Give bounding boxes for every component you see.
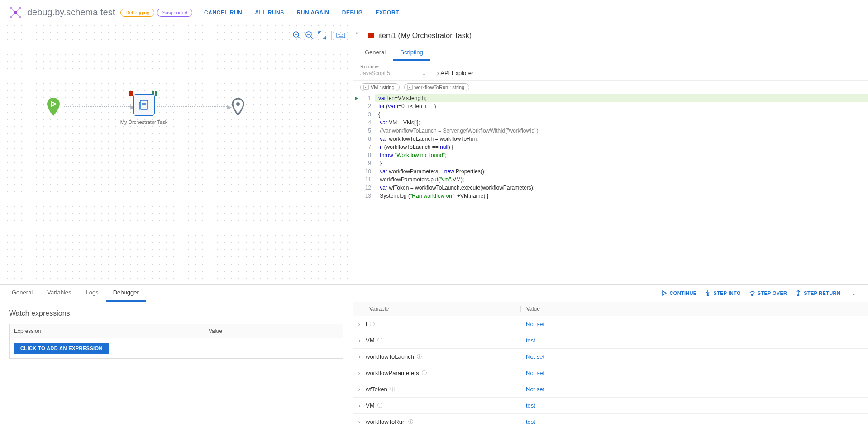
variable-value: test [520, 337, 868, 344]
code-line[interactable]: throw "Workflow not found"; [375, 151, 868, 159]
bottom-tab-row: General Variables Logs Debugger CONTINUE… [0, 285, 868, 302]
vars-col-value: Value [520, 306, 868, 312]
all-runs-button[interactable]: ALL RUNS [255, 9, 284, 16]
chevron-right-icon[interactable]: › [353, 418, 366, 425]
code-line[interactable]: System.log ("Ran workflow on " +VM.name)… [375, 192, 868, 200]
edge-start-task: ▶ [64, 106, 132, 106]
variable-name: VM ⓘ [366, 402, 520, 409]
param-pill-vm[interactable]: VM : string [360, 83, 400, 91]
code-line[interactable]: //var workflowToLaunch = Server.getWorkf… [375, 127, 868, 135]
svg-rect-27 [408, 85, 412, 90]
tab-scripting[interactable]: Scripting [393, 45, 430, 61]
item-title: item1 (My Orchestrator Task) [378, 32, 472, 40]
breakpoint-square-icon [368, 33, 374, 38]
variable-row[interactable]: ›workflowToLaunch ⓘNot set [353, 349, 868, 365]
cancel-run-button[interactable]: CANCEL RUN [204, 9, 242, 16]
code-line[interactable]: var workflowToLaunch = workflowToRun; [375, 135, 868, 143]
continue-button[interactable]: CONTINUE [661, 290, 697, 297]
variable-row[interactable]: ›i ⓘNot set [353, 316, 868, 332]
variable-row[interactable]: ›workflowParameters ⓘNot set [353, 365, 868, 381]
svg-point-30 [798, 295, 799, 296]
code-line[interactable]: if (workflowToLaunch == null) { [375, 143, 868, 151]
variable-name: i ⓘ [366, 321, 520, 327]
svg-rect-16 [337, 33, 345, 38]
svg-line-10 [298, 37, 300, 39]
svg-line-5 [12, 9, 14, 11]
variable-value: test [520, 402, 868, 409]
info-icon[interactable]: ⓘ [417, 353, 422, 360]
code-line[interactable]: { [375, 110, 868, 119]
collapse-panel-icon[interactable]: » [356, 29, 359, 36]
runtime-bar: Runtime JavaScript 5⌄ › API Explorer [353, 61, 868, 81]
code-line[interactable]: } [375, 159, 868, 167]
header-actions: CANCEL RUN ALL RUNS RUN AGAIN DEBUG EXPO… [204, 9, 399, 16]
runtime-select[interactable]: JavaScript 5⌄ [360, 70, 426, 76]
add-expression-button[interactable]: CLICK TO ADD AN EXPRESSION [14, 343, 109, 354]
api-explorer-link[interactable]: › API Explorer [437, 70, 473, 76]
info-icon[interactable]: ⓘ [377, 337, 382, 344]
code-content[interactable]: var len=VMs.length;for (var i=0; i < len… [375, 94, 868, 200]
svg-line-7 [12, 14, 14, 16]
expand-debug-icon[interactable]: ⌄ [849, 290, 859, 297]
task-node-label: My Orchestrator Task [113, 119, 175, 125]
run-again-button[interactable]: RUN AGAIN [297, 9, 329, 16]
info-icon[interactable]: ⓘ [377, 402, 382, 409]
export-button[interactable]: EXPORT [376, 9, 399, 16]
tab-general[interactable]: General [358, 45, 393, 61]
btab-debugger[interactable]: Debugger [106, 285, 146, 302]
info-icon[interactable]: ⓘ [390, 386, 395, 393]
svg-rect-4 [19, 16, 21, 18]
code-line[interactable]: var VM = VMs[i]; [375, 119, 868, 127]
vars-col-variable: Variable [353, 306, 520, 312]
current-line-icon: ▶ [353, 94, 361, 102]
btab-logs[interactable]: Logs [78, 285, 105, 302]
variable-row[interactable]: ›workflowToRun ⓘtest [353, 414, 868, 427]
param-pill-workflow[interactable]: workflowToRun : string [404, 83, 470, 91]
code-editor[interactable]: ▶ 12345678910111213 var len=VMs.length;f… [353, 94, 868, 200]
variable-name: workflowToLaunch ⓘ [366, 353, 520, 360]
svg-line-14 [311, 37, 313, 39]
step-into-button[interactable]: STEP INTO [705, 290, 740, 297]
step-return-button[interactable]: STEP RETURN [795, 290, 840, 297]
keyboard-icon[interactable] [336, 31, 345, 40]
breakpoint-icon[interactable] [129, 91, 133, 96]
variable-name: workflowToRun ⓘ [366, 418, 520, 425]
task-node[interactable] [133, 94, 155, 116]
start-node[interactable] [45, 97, 62, 117]
details-panel: » item1 (My Orchestrator Task) General S… [353, 25, 868, 284]
code-line[interactable]: var len=VMs.length; [375, 94, 868, 102]
svg-point-28 [707, 295, 709, 296]
chevron-right-icon[interactable]: › [353, 337, 366, 344]
step-over-button[interactable]: STEP OVER [749, 290, 787, 297]
fit-screen-icon[interactable] [318, 31, 327, 40]
workflow-canvas[interactable]: ▶ My Orchestrator Task ▶ [0, 25, 353, 284]
watch-table: Expression Value CLICK TO ADD AN EXPRESS… [9, 324, 343, 359]
debug-button[interactable]: DEBUG [342, 9, 363, 16]
variable-name: VM ⓘ [366, 337, 520, 344]
variable-row[interactable]: ›wfToken ⓘNot set [353, 381, 868, 398]
chevron-right-icon[interactable]: › [353, 353, 366, 360]
chevron-right-icon[interactable]: › [353, 370, 366, 376]
variables-panel: Variable Value ›i ⓘNot set›VM ⓘtest›work… [353, 302, 868, 427]
variable-value: Not set [520, 353, 868, 360]
variable-row[interactable]: ›VM ⓘtest [353, 332, 868, 349]
chevron-right-icon[interactable]: › [353, 402, 366, 409]
code-line[interactable]: var workflowParameters = new Properties(… [375, 167, 868, 176]
code-line[interactable]: var wfToken = workflowToLaunch.execute(w… [375, 184, 868, 192]
variable-name: wfToken ⓘ [366, 386, 520, 393]
chevron-right-icon[interactable]: › [353, 386, 366, 393]
info-icon[interactable]: ⓘ [422, 370, 427, 376]
end-node[interactable] [231, 98, 245, 117]
btab-general[interactable]: General [5, 285, 40, 302]
btab-variables[interactable]: Variables [40, 285, 78, 302]
chevron-right-icon[interactable]: › [353, 321, 366, 327]
zoom-in-icon[interactable] [292, 31, 301, 40]
svg-rect-2 [19, 7, 21, 9]
info-icon[interactable]: ⓘ [408, 418, 413, 425]
code-line[interactable]: for (var i=0; i < len; i++ ) [375, 102, 868, 110]
variable-row[interactable]: ›VM ⓘtest [353, 398, 868, 414]
code-line[interactable]: workflowParameters.put("vm",VM); [375, 176, 868, 184]
zoom-out-icon[interactable] [305, 31, 314, 40]
info-icon[interactable]: ⓘ [370, 321, 375, 327]
param-pills: VM : string workflowToRun : string [353, 81, 868, 94]
